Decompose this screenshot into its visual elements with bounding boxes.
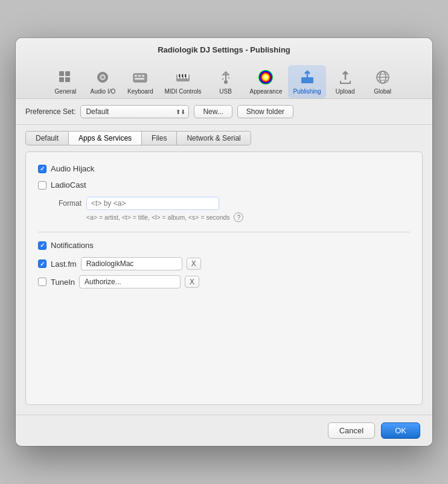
appearance-icon	[256, 68, 275, 87]
toolbar: General Audio I/O	[16, 60, 432, 98]
svg-rect-16	[187, 74, 188, 78]
format-input[interactable]	[86, 197, 219, 210]
keyboard-label: Keyboard	[127, 88, 153, 95]
lastfm-x-button[interactable]: X	[187, 258, 201, 270]
general-icon	[56, 68, 75, 87]
toolbar-item-midi[interactable]: MIDI Controls	[159, 65, 206, 98]
upload-label: Upload	[336, 88, 355, 95]
audio-io-icon	[93, 68, 112, 87]
svg-point-20	[224, 80, 228, 84]
publishing-icon	[298, 68, 317, 87]
toolbar-item-keyboard[interactable]: Keyboard	[122, 65, 158, 98]
usb-label: USB	[219, 88, 232, 95]
upload-icon	[336, 68, 355, 87]
tab-network-serial[interactable]: Network & Serial	[177, 131, 251, 145]
svg-point-6	[101, 76, 104, 78]
svg-rect-17	[179, 74, 180, 77]
toolbar-item-publishing[interactable]: Publishing	[288, 65, 325, 98]
lastfm-label: Last.fm	[51, 260, 77, 269]
toolbar-item-upload[interactable]: Upload	[327, 65, 363, 98]
lastfm-row: Last.fm X	[38, 257, 410, 270]
preference-set-label: Preference Set:	[25, 107, 75, 116]
svg-rect-19	[185, 74, 186, 77]
audio-hijack-checkbox[interactable]	[38, 165, 46, 173]
preference-row: Preference Set: Default ⬆⬇ New... Show f…	[16, 99, 432, 125]
audio-io-label: Audio I/O	[91, 88, 116, 95]
midi-label: MIDI Controls	[164, 88, 201, 95]
appearance-label: Appearance	[250, 88, 283, 95]
ok-button[interactable]: OK	[381, 422, 420, 439]
new-button[interactable]: New...	[194, 105, 232, 118]
svg-rect-1	[65, 71, 70, 76]
ladiocast-checkbox[interactable]	[38, 181, 46, 189]
tunein-row: TuneIn X	[38, 275, 410, 288]
notifications-checkbox[interactable]	[38, 241, 46, 250]
svg-rect-11	[135, 78, 144, 80]
divider	[38, 232, 410, 232]
format-label: Format	[51, 199, 82, 208]
lastfm-checkbox[interactable]	[38, 260, 46, 268]
svg-rect-18	[182, 74, 183, 77]
tunein-input[interactable]	[79, 275, 181, 288]
ladiocast-label: LadioCast	[51, 180, 86, 189]
svg-point-21	[258, 70, 273, 84]
global-label: Global	[374, 88, 391, 95]
notifications-label: Notifications	[51, 241, 94, 250]
footer: Cancel OK	[16, 415, 432, 446]
toolbar-item-global[interactable]: Global	[365, 65, 401, 98]
settings-window: Radiologik DJ Settings - Publishing Gene…	[16, 38, 432, 446]
svg-rect-9	[138, 75, 141, 77]
preference-select[interactable]: Default	[80, 105, 189, 118]
window-title: Radiologik DJ Settings - Publishing	[16, 45, 432, 54]
tunein-x-button[interactable]: X	[185, 276, 199, 288]
general-label: General	[55, 88, 77, 95]
tunein-label: TuneIn	[51, 278, 75, 287]
toolbar-item-appearance[interactable]: Appearance	[245, 65, 287, 98]
show-folder-button[interactable]: Show folder	[237, 105, 293, 118]
format-row: Format	[51, 197, 410, 210]
tunein-checkbox[interactable]	[38, 278, 46, 286]
panel: Audio Hijack LadioCast Format <a> = arti…	[25, 151, 423, 405]
ladiocast-row: LadioCast	[38, 180, 410, 189]
svg-rect-8	[135, 75, 137, 77]
toolbar-item-audio-io[interactable]: Audio I/O	[85, 65, 121, 98]
tab-default[interactable]: Default	[25, 131, 69, 145]
content-area: Default Apps & Services Files Network & …	[16, 125, 432, 415]
preference-select-wrapper: Default ⬆⬇	[80, 105, 189, 118]
publishing-label: Publishing	[293, 88, 321, 95]
toolbar-item-general[interactable]: General	[47, 65, 83, 98]
tab-apps-services[interactable]: Apps & Services	[69, 131, 142, 145]
cancel-button[interactable]: Cancel	[328, 422, 375, 439]
svg-rect-3	[65, 77, 70, 82]
tab-files[interactable]: Files	[142, 131, 177, 145]
midi-icon	[173, 68, 193, 87]
title-bar: Radiologik DJ Settings - Publishing Gene…	[16, 38, 432, 99]
audio-hijack-label: Audio Hijack	[51, 164, 94, 173]
notifications-row: Notifications	[38, 241, 410, 250]
audio-hijack-row: Audio Hijack	[38, 164, 410, 173]
format-hint: <a> = artist, <t> = title, <l> = album, …	[86, 212, 410, 222]
svg-rect-2	[59, 77, 64, 82]
lastfm-input[interactable]	[81, 257, 182, 270]
usb-icon	[216, 68, 235, 87]
help-icon[interactable]: ?	[234, 212, 243, 222]
keyboard-icon	[130, 68, 150, 87]
toolbar-item-usb[interactable]: USB	[208, 65, 244, 98]
tabs-row: Default Apps & Services Files Network & …	[25, 131, 423, 145]
svg-rect-10	[142, 75, 144, 77]
svg-rect-0	[59, 71, 64, 76]
global-icon	[373, 68, 392, 87]
